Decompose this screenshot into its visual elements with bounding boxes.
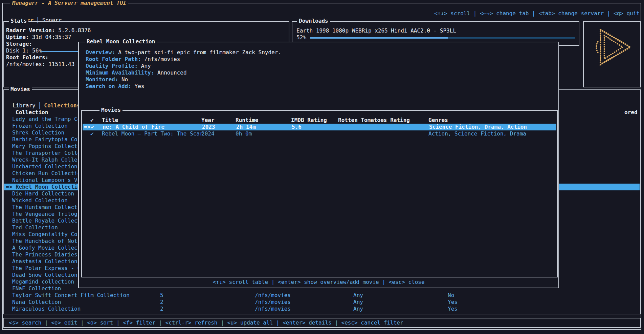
collection-row[interactable]: The Princess Diaries — [12, 251, 77, 258]
field-overview: Overview: A two-part sci-fi epic from fi… — [86, 49, 281, 56]
collection-details-modal: Rebel Moon Collection Overview: A two-pa… — [78, 42, 559, 288]
collection-row[interactable]: The Huntsman Collecti — [12, 204, 81, 211]
modal-movies-table: Movies ✔ Title Year Runtime IMDB Rating … — [81, 110, 558, 277]
movies-table-header: ✔ Title Year Runtime IMDB Rating Rotten … — [82, 117, 557, 124]
collection-row[interactable]: National Lampoon's Va — [12, 177, 81, 184]
collection-row[interactable]: Miss Congeniality Col — [12, 231, 81, 238]
search-on-add: No — [448, 292, 454, 299]
movie-check-icon: ✔ — [91, 124, 94, 130]
collection-row[interactable]: A Goofy Movie Collect — [12, 245, 81, 251]
collection-row[interactable]: Megamind collection — [12, 278, 74, 285]
collection-row[interactable]: Dead Snow Collection — [12, 272, 77, 278]
movies-panel-title: Movies — [9, 86, 32, 93]
collection-row[interactable]: Chicken Run Collectio — [12, 170, 81, 177]
movie-genres-cell: Action, Science Fiction, Drama — [428, 130, 526, 137]
collection-row[interactable]: FNaF Collection — [12, 285, 61, 292]
field-minimum-availability-value: Announced — [157, 69, 187, 76]
collection-row[interactable]: The Transporter Colle — [12, 150, 81, 156]
collection-row[interactable]: Uncharted Collection — [12, 163, 77, 170]
search-on-add: Yes — [448, 299, 458, 306]
field-monitored-label: Monitored: — [86, 76, 118, 83]
root-folder-value: /nfs/movies: 11511.43 GB — [6, 61, 84, 68]
collection-row[interactable]: Battle Royale Collect — [12, 217, 81, 224]
collection-row[interactable]: Ted Collection — [12, 224, 58, 231]
root-folder-path: /nfs/movies — [255, 299, 291, 306]
collection-row[interactable]: Die Hard Collection — [12, 190, 74, 197]
uptime-value: 31d 04:35:37 — [32, 34, 71, 40]
radarr-logo-panel — [583, 21, 641, 87]
quality-profile: Any — [353, 292, 363, 299]
movie-title-cell: ne: A Child of Fire — [103, 124, 164, 130]
collection-row[interactable]: The Hunchback of Notr — [12, 238, 81, 245]
movie-row-selected[interactable]: => ✔ ne: A Child of Fire 2023 2h 14m 5.6… — [83, 124, 556, 130]
collection-row[interactable]: Wicked Collection — [12, 197, 68, 204]
collection-row[interactable]: Barbie Fairytopia Col — [12, 136, 81, 143]
stats-panel-title: Stats — [9, 18, 28, 24]
col-imdb-rating: IMDB Rating — [291, 117, 327, 124]
movie-check-icon: ✔ — [90, 130, 94, 137]
field-minimum-availability-label: Minimum Availability: — [86, 69, 154, 76]
field-monitored-value: No — [121, 76, 128, 83]
modal-keybind-hints: <↑↓> scroll table | <enter> show overvie… — [79, 279, 558, 286]
tab-library[interactable]: Library — [13, 102, 35, 109]
modal-title: Rebel Moon Collection — [85, 38, 157, 45]
modal-movies-table-title: Movies — [99, 107, 123, 113]
collection-row[interactable]: Mary Poppins Collecti — [12, 143, 81, 150]
collection-row[interactable]: Anastasia Collection — [12, 258, 77, 265]
movie-row[interactable]: ✔ Rebel Moon — Part Two: The Scar 2024 0… — [82, 130, 557, 137]
collection-row[interactable]: Lady and the Tramp Co — [12, 116, 81, 123]
selection-marker: => — [84, 124, 90, 130]
col-monitored-check: ✔ — [90, 117, 94, 124]
top-keybind-hints: <↑↓> scroll | <←→> change tab | <tab> ch… — [338, 10, 640, 17]
quality-profile: Any — [353, 299, 363, 306]
field-search-on-add: Search on Add: Yes — [86, 83, 144, 90]
radarr-version-label: Radarr Version: — [6, 27, 55, 34]
field-monitored: Monitored: No — [86, 76, 128, 83]
field-overview-label: Overview: — [86, 49, 115, 56]
collection-row[interactable]: Nana Collection2/nfs/moviesAnyYes — [0, 299, 641, 306]
movie-title-cell: Rebel Moon — Part Two: The Scar — [102, 130, 203, 137]
field-quality-profile-label: Quality Profile: — [86, 63, 138, 69]
field-search-on-add-label: Search on Add: — [86, 83, 131, 89]
col-year: Year — [201, 117, 215, 124]
collection-row[interactable]: Miraculous Collection2/nfs/moviesAnyYes — [0, 306, 641, 312]
collection-name: Miraculous Collection — [12, 306, 81, 312]
download-item: Earth 1998 1080p WEBRip x265 Hindi AAC2.… — [296, 27, 456, 34]
storage-label: Storage: — [6, 41, 32, 47]
root-folder-path: /nfs/movies — [255, 306, 291, 312]
radarr-version-value: 5.2.6.8376 — [58, 27, 91, 34]
radarr-logo — [586, 25, 637, 69]
collection-row[interactable]: The Vengeance Trilogy — [12, 211, 81, 217]
movie-imdb-cell: 5.6 — [292, 124, 302, 130]
servarr-tabs: Radarr│Sonarr — [7, 10, 62, 17]
downloads-panel-title: Downloads — [297, 18, 330, 24]
col-rotten-tomatoes-rating: Rotten Tomatoes Rating — [338, 117, 410, 124]
field-search-on-add-value: Yes — [135, 83, 145, 89]
field-quality-profile: Quality Profile: Any — [86, 63, 151, 69]
collection-row[interactable]: Frozen Collection — [12, 123, 68, 129]
field-root-folder-label: Root Folder Path: — [86, 56, 141, 62]
collection-row[interactable]: The Polar Express - C — [12, 265, 81, 272]
movies-tab-separator: │ — [38, 102, 42, 109]
root-folders-label: Root Folders: — [6, 54, 48, 61]
movie-year-cell: 2023 — [202, 124, 215, 130]
app-title: Managarr - A Servarr management TUI — [10, 0, 128, 6]
search-on-add: Yes — [448, 306, 458, 312]
monitored-header-fragment: ored — [624, 109, 638, 116]
field-overview-value: A two-part sci-fi epic from filmmaker Za… — [118, 49, 281, 56]
collection-row[interactable]: Shrek Collection — [12, 129, 64, 136]
collection-row[interactable]: Wreck-It Ralph Collec — [12, 156, 81, 163]
field-minimum-availability: Minimum Availability: Announced — [86, 69, 187, 76]
movie-runtime-cell: 2h 14m — [236, 124, 256, 130]
movies-count: 2 — [160, 306, 163, 312]
col-title: Title — [102, 117, 118, 124]
collection-row[interactable]: Taylor Swift Concert Film Collection5/nf… — [0, 292, 641, 299]
root-folder-path: /nfs/movies — [255, 292, 291, 299]
uptime-label: Uptime: — [6, 34, 29, 40]
uptime: Uptime: 31d 04:35:37 — [6, 34, 71, 41]
collection-name: => Rebel Moon Collection — [6, 184, 84, 190]
download-percent: 52% — [296, 34, 306, 41]
tab-collections[interactable]: Collections — [44, 102, 80, 109]
disk-gauge-label: Disk 1: 56% — [6, 47, 42, 54]
movies-tabs: Library│Collections — [6, 96, 80, 102]
